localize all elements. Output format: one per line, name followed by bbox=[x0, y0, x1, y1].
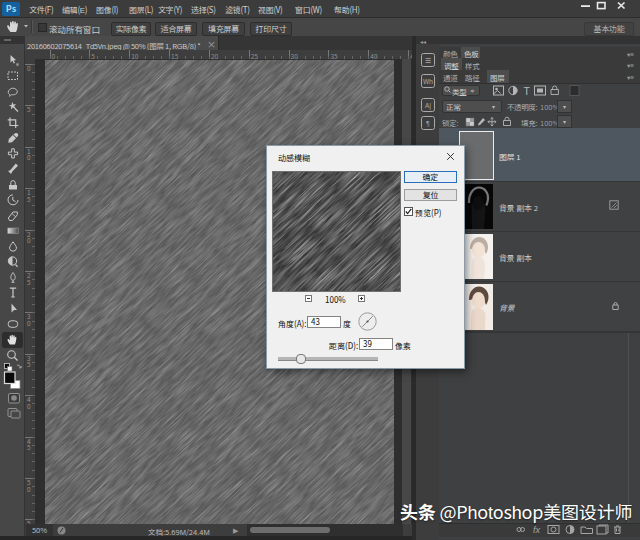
svg-text:fx: fx bbox=[533, 525, 541, 535]
svg-text:T: T bbox=[524, 85, 531, 96]
